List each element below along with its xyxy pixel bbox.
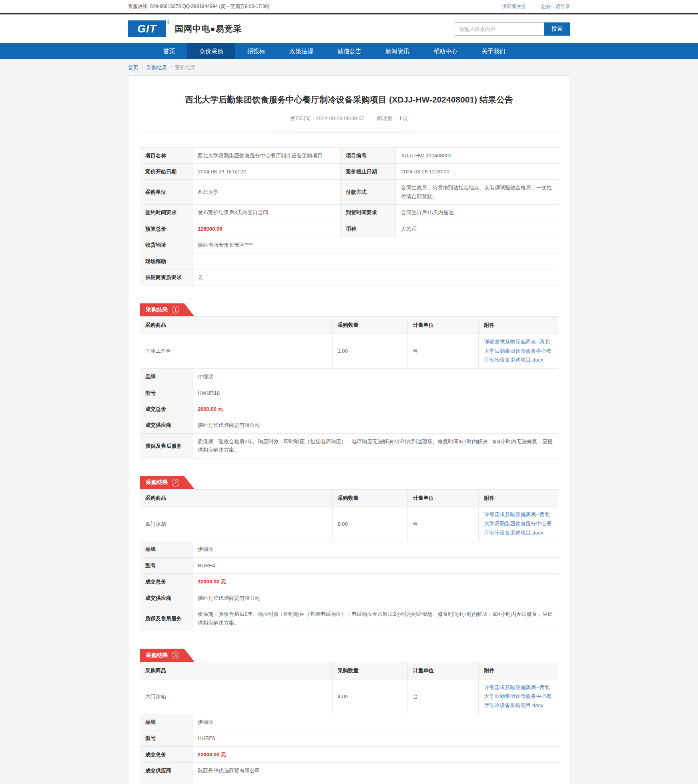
table-row: 型号 HWUR18 <box>140 385 558 401</box>
site-header: GIT ® 国网中电●易竞采 搜索 <box>0 14 698 43</box>
site-brand-title: 国网中电●易竞采 <box>175 23 242 34</box>
result-badge: 采购结果 1 <box>140 303 195 316</box>
product-quantity: 4.00 <box>332 679 407 714</box>
table-row: 平冷工作台 1.00 台 详细需求及响应偏离表--西北大学后勤集团饮食服务中心餐… <box>140 334 558 368</box>
model-value: HWUR18 <box>193 385 558 401</box>
git-logo: GIT <box>128 20 166 37</box>
supplier-value: 陕西丹华优选商贸有限公司 <box>193 590 558 606</box>
result-detail-table: 品牌 伊德欣 型号 HURF4 成交总价 32000.00 元 成交供应商 陕西… <box>140 541 558 631</box>
budget-total-price: 126000.00 <box>198 226 222 232</box>
table-row: 采购单位 西北大学 付款方式 合同生效后，待货物到达指定地点、安装调试验收合格后… <box>140 180 558 205</box>
views-count: 1 <box>399 115 402 121</box>
main-nav: 首页 竞价采购 招投标 政策法规 诚信公告 新闻资讯 帮助中心 关于我们 <box>0 43 698 59</box>
table-row: 质保及售后服务 质保期：验收合格后2年。响应时效：即时响应（包括电话响应）；电话… <box>140 779 558 784</box>
result-detail-table: 品牌 伊德欣 型号 HURF6 成交总价 22000.00 元 成交供应商 陕西… <box>140 714 558 784</box>
publish-time-label: 发布时间： <box>290 115 316 121</box>
table-row: 质保及售后服务 质保期：验收合格后2年。响应时效：即时响应（包括电话响应）；电话… <box>140 606 558 631</box>
brand-value: 伊德欣 <box>193 541 558 557</box>
search-bar: 搜索 <box>455 22 570 36</box>
result-badge: 采购结果 2 <box>140 476 195 489</box>
table-row: 成交总价 2600.00 元 <box>140 401 558 417</box>
search-input[interactable] <box>455 22 544 36</box>
table-row: 成交供应商 陕西丹华优选商贸有限公司 <box>140 417 558 433</box>
result-section-3: 采购结果 3 采购商品 采购数量 计量单位 附件 六门冰箱 4.00 台 详细需… <box>140 649 558 784</box>
model-value: HURF6 <box>193 730 558 746</box>
table-row: 质保及售后服务 质保期：验收合格后2年。响应时效：即时响应（包括电话响应）；电话… <box>140 433 558 458</box>
product-quantity: 8.00 <box>332 507 407 541</box>
attachment-link[interactable]: 详细需求及响应偏离表--西北大学后勤集团饮食服务中心餐厅制冷设备采购项目.doc… <box>484 338 553 365</box>
warranty-service-value: 质保期：验收合格后2年。响应时效：即时响应（包括电话响应）；电话响应无法解决2小… <box>193 779 558 784</box>
attachment-link[interactable]: 详细需求及响应偏离表--西北大学后勤集团饮食服务中心餐厅制冷设备采购项目.doc… <box>484 510 553 537</box>
views-label: 阅读量： <box>377 115 398 121</box>
nav-item-policies[interactable]: 政策法规 <box>277 43 325 59</box>
table-row: 品牌 伊德欣 <box>140 369 558 385</box>
views-unit: 次 <box>403 115 408 121</box>
table-header-row: 采购商品 采购数量 计量单位 附件 <box>140 662 558 679</box>
result-number-badge: 3 <box>172 651 179 659</box>
deal-total-price: 32000.00 元 <box>198 579 226 585</box>
breadcrumb-current: 竞价结果 <box>175 64 196 70</box>
table-header-row: 采购商品 采购数量 计量单位 附件 <box>140 317 558 334</box>
table-row: 四门冰箱 8.00 台 详细需求及响应偏离表--西北大学后勤集团饮食服务中心餐厅… <box>140 507 558 541</box>
product-unit: 台 <box>407 679 479 714</box>
table-row: 型号 HURF6 <box>140 730 558 746</box>
nav-item-bidding-purchase[interactable]: 竞价采购 <box>187 43 235 59</box>
result-section-1: 采购结果 1 采购商品 采购数量 计量单位 附件 平冷工作台 1.00 台 详细… <box>140 303 558 458</box>
nav-item-tenders[interactable]: 招投标 <box>235 43 277 59</box>
product-unit: 台 <box>407 507 479 541</box>
attachment-link[interactable]: 详细需求及响应偏离表--西北大学后勤集团饮食服务中心餐厅制冷设备采购项目.doc… <box>484 683 553 710</box>
login-link[interactable]: 您好，请登录 <box>541 3 570 10</box>
nav-item-about-us[interactable]: 关于我们 <box>469 43 517 59</box>
breadcrumb-purchase-results[interactable]: 采购结果 <box>146 64 167 70</box>
breadcrumb-separator: / <box>142 64 143 70</box>
brand-value: 伊德欣 <box>193 369 558 385</box>
table-row: 现场踏勘 <box>140 253 558 269</box>
result-goods-table: 采购商品 采购数量 计量单位 附件 四门冰箱 8.00 台 详细需求及响应偏离表… <box>140 489 558 542</box>
product-name: 平冷工作台 <box>140 334 333 368</box>
brand-value: 伊德欣 <box>193 714 558 730</box>
search-button[interactable]: 搜索 <box>544 22 570 36</box>
product-quantity: 1.00 <box>332 334 407 368</box>
breadcrumb-separator: / <box>170 64 172 70</box>
nav-item-help-center[interactable]: 帮助中心 <box>421 43 469 59</box>
result-goods-table: 采购商品 采购数量 计量单位 附件 平冷工作台 1.00 台 详细需求及响应偏离… <box>140 316 558 369</box>
deal-total-price: 2600.00 元 <box>198 406 223 412</box>
supplier-register-link[interactable]: 供应商注册 <box>502 3 526 10</box>
registered-trademark-icon: ® <box>167 20 170 24</box>
result-section-2: 采购结果 2 采购商品 采购数量 计量单位 附件 四门冰箱 8.00 台 详细需… <box>140 476 558 631</box>
table-row: 项目名称 西北大学后勤集团饮食服务中心餐厅制冷设备采购项目 项目编号 XDJJ-… <box>140 147 558 163</box>
project-info-table: 项目名称 西北大学后勤集团饮食服务中心餐厅制冷设备采购项目 项目编号 XDJJ-… <box>140 147 558 286</box>
deal-total-price: 22000.00 元 <box>198 752 226 758</box>
page-title: 西北大学后勤集团饮食服务中心餐厅制冷设备采购项目 (XDJJ-HW-202408… <box>152 93 546 106</box>
model-value: HURF4 <box>193 557 558 573</box>
table-row: 品牌 伊德欣 <box>140 714 558 730</box>
result-detail-table: 品牌 伊德欣 型号 HWUR18 成交总价 2600.00 元 成交供应商 陕西… <box>140 368 558 458</box>
table-row: 成交供应商 陕西丹华优选商贸有限公司 <box>140 763 558 779</box>
table-row: 六门冰箱 4.00 台 详细需求及响应偏离表--西北大学后勤集团饮食服务中心餐厅… <box>140 679 558 714</box>
result-goods-table: 采购商品 采购数量 计量单位 附件 六门冰箱 4.00 台 详细需求及响应偏离表… <box>140 662 558 714</box>
table-header-row: 采购商品 采购数量 计量单位 附件 <box>140 489 558 506</box>
table-row: 预算总价 126000.00 币种 人民币 <box>140 221 558 237</box>
announcement-card: 西北大学后勤集团饮食服务中心餐厅制冷设备采购项目 (XDJJ-HW-202408… <box>128 75 570 784</box>
table-row: 品牌 伊德欣 <box>140 541 558 557</box>
table-row: 竞价开始日期 2024-08-23 16:52:22 竞价截止日期 2024-0… <box>140 163 558 179</box>
nav-item-home[interactable]: 首页 <box>151 43 187 59</box>
nav-item-news[interactable]: 新闻资讯 <box>373 43 421 59</box>
warranty-service-value: 质保期：验收合格后2年。响应时效：即时响应（包括电话响应）；电话响应无法解决2小… <box>193 433 558 458</box>
table-row: 型号 HURF4 <box>140 557 558 573</box>
announcement-meta: 发布时间：2024-08-29 08:39:57 阅读量：1次 <box>140 115 558 133</box>
table-row: 签约时间要求 发布竞价结果后3天内签订合同 到货时间要求 合同签订后15天内送达 <box>140 205 558 221</box>
product-name: 四门冰箱 <box>140 507 333 541</box>
top-utility-bar: 客服热线: 029-86618373 QQ:2881944994 (周一至周五9… <box>0 0 698 14</box>
publish-time-value: 2024-08-29 08:39:57 <box>316 115 364 121</box>
table-row: 成交总价 22000.00 元 <box>140 746 558 762</box>
table-row: 供应商资质要求 无 <box>140 269 558 285</box>
supplier-value: 陕西丹华优选商贸有限公司 <box>193 417 558 433</box>
breadcrumb-home[interactable]: 首页 <box>128 64 138 70</box>
result-badge: 采购结果 3 <box>140 649 195 662</box>
product-name: 六门冰箱 <box>140 679 333 714</box>
nav-item-integrity-notice[interactable]: 诚信公告 <box>325 43 373 59</box>
service-hotline: 客服热线: 029-86618373 QQ:2881944994 (周一至周五9… <box>128 3 269 10</box>
warranty-service-value: 质保期：验收合格后2年。响应时效：即时响应（包括电话响应）；电话响应无法解决2小… <box>193 606 558 631</box>
product-unit: 台 <box>407 334 479 368</box>
